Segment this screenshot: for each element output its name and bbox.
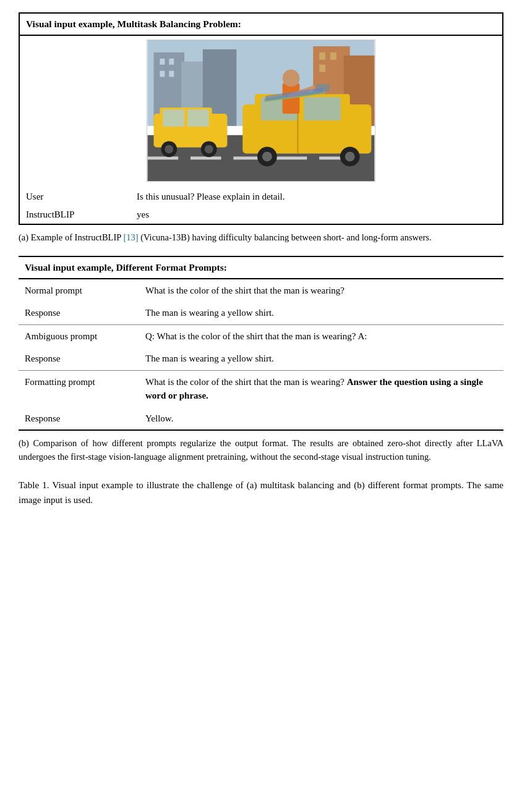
caption-a: (a) Example of InstructBLIP [13] (Vicuna… (19, 231, 503, 245)
user-row: User Is this unusual? Please explain in … (19, 188, 503, 206)
instructblip-label: InstructBLIP (19, 206, 130, 224)
cite-13: [13] (123, 232, 138, 242)
normal-prompt-row: Normal prompt What is the color of the s… (19, 279, 503, 302)
taxi-scene-image (147, 40, 375, 182)
formatting-bold-phrase: Answer the question using a single word … (145, 377, 483, 401)
svg-point-24 (165, 145, 173, 154)
instructblip-content: yes (130, 206, 503, 224)
svg-rect-22 (187, 109, 209, 127)
table-a: Visual input example, Multitask Balancin… (19, 12, 503, 225)
svg-rect-30 (304, 97, 340, 121)
svg-point-26 (205, 145, 213, 154)
formatting-response-label: Response (19, 407, 139, 431)
table-1-caption: Table 1. Visual input example to illustr… (19, 478, 503, 507)
caption-b: (b) Comparison of how different prompts … (19, 437, 503, 464)
svg-rect-12 (319, 65, 325, 72)
svg-rect-17 (276, 156, 307, 159)
formatting-prompt-content: What is the color of the shirt that the … (139, 370, 503, 407)
normal-response-label: Response (19, 302, 139, 324)
user-content: Is this unusual? Please explain in detai… (130, 188, 503, 206)
svg-rect-10 (319, 53, 325, 60)
table-b: Visual input example, Different Format P… (19, 256, 503, 431)
formatting-prompt-label: Formatting prompt (19, 370, 139, 407)
svg-point-35 (345, 151, 355, 161)
divider-1: Ambiguous prompt Q: What is the color of… (19, 324, 503, 347)
svg-rect-15 (190, 156, 221, 159)
normal-response-row: Response The man is wearing a yellow shi… (19, 302, 503, 324)
svg-rect-8 (160, 71, 165, 77)
ambiguous-response-label: Response (19, 347, 139, 370)
svg-rect-21 (163, 109, 184, 127)
normal-response-content: The man is wearing a yellow shirt. (139, 302, 503, 324)
ambiguous-response-row: Response The man is wearing a yellow shi… (19, 347, 503, 370)
svg-rect-9 (169, 71, 174, 77)
svg-rect-14 (148, 156, 179, 159)
user-label: User (19, 188, 130, 206)
instructblip-row: InstructBLIP yes (19, 206, 503, 224)
normal-prompt-label: Normal prompt (19, 279, 139, 302)
table-b-header-row: Visual input example, Different Format P… (19, 256, 503, 279)
svg-point-33 (262, 151, 272, 161)
formatting-response-row: Response Yellow. (19, 407, 503, 431)
image-cell (19, 35, 503, 188)
svg-rect-11 (330, 53, 336, 60)
svg-rect-6 (160, 59, 165, 65)
normal-prompt-content: What is the color of the shirt that the … (139, 279, 503, 302)
svg-point-37 (283, 70, 300, 87)
table-b-title: Visual input example, Different Format P… (19, 256, 503, 279)
table-a-title: Visual input example, Multitask Balancin… (19, 13, 503, 35)
ambiguous-prompt-content: Q: What is the color of the shirt that t… (139, 324, 503, 347)
ambiguous-response-content: The man is wearing a yellow shirt. (139, 347, 503, 370)
svg-rect-7 (169, 59, 174, 65)
divider-2: Formatting prompt What is the color of t… (19, 370, 503, 407)
image-row (19, 35, 503, 188)
ambiguous-prompt-label: Ambiguous prompt (19, 324, 139, 347)
formatting-response-content: Yellow. (139, 407, 503, 431)
